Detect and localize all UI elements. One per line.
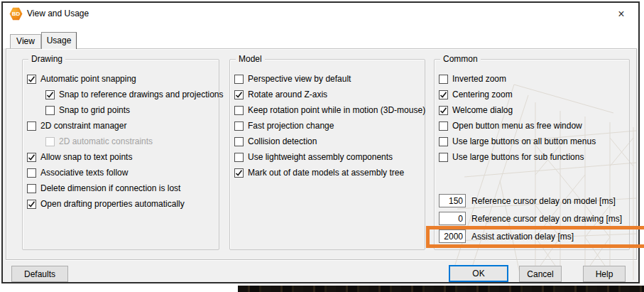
ok-button[interactable]: OK [449, 265, 508, 282]
checkbox-unchecked[interactable] [234, 137, 244, 146]
checkbox-row[interactable]: Inverted zoom [435, 71, 629, 87]
app-icon: BD [9, 7, 23, 21]
checkbox-row[interactable]: Collision detection [230, 134, 425, 149]
group-title-model: Model [236, 54, 265, 64]
checkbox-label[interactable]: Inverted zoom [452, 74, 506, 84]
usage-tab-page: Drawing Automatic point snappingSnap to … [6, 48, 637, 260]
checkbox-checked[interactable] [27, 153, 36, 162]
checkbox-unchecked[interactable] [234, 75, 244, 84]
delay-field-label: Assist activation delay [ms] [471, 232, 574, 242]
checkbox-row[interactable]: Snap to grid points [23, 102, 219, 118]
checkbox-label[interactable]: Rotate around Z-axis [248, 90, 327, 99]
checkbox-label[interactable]: Snap to grid points [59, 105, 130, 115]
cancel-button[interactable]: Cancel [519, 266, 562, 282]
checkbox-checked[interactable] [45, 90, 55, 99]
checkbox-checked[interactable] [234, 168, 244, 178]
close-icon: × [618, 8, 624, 21]
checkbox-label[interactable]: Allow snap to text points [40, 152, 132, 162]
checkbox-label[interactable]: Mark out of date models at assembly tree [248, 168, 404, 178]
delay-field-row: Assist activation delay [ms] [439, 227, 622, 245]
model-checkbox-list: Perspective view by defaultRotate around… [230, 71, 425, 180]
checkbox-checked[interactable] [234, 90, 244, 99]
checkbox-label[interactable]: Associative texts follow [40, 168, 128, 178]
checkbox-label[interactable]: 2D constraint manager [40, 121, 126, 131]
common-checkbox-list: Inverted zoomCentering zoomWelcome dialo… [435, 71, 629, 165]
checkbox-label[interactable]: Open drafting properties automatically [40, 199, 185, 209]
checkbox-label[interactable]: Use large buttons on all button menus [452, 136, 596, 146]
delay-input[interactable] [439, 229, 466, 243]
checkbox-unchecked[interactable] [439, 153, 448, 162]
checkbox-unchecked[interactable] [234, 106, 244, 115]
checkbox-row[interactable]: Associative texts follow [23, 165, 219, 180]
checkbox-row[interactable]: Rotate around Z-axis [230, 87, 425, 102]
window-title: View and Usage [27, 9, 89, 18]
checkbox-unchecked[interactable] [45, 106, 55, 115]
checkbox-row[interactable]: Snap to reference drawings and projectio… [23, 87, 219, 102]
checkbox-row[interactable]: Fast projection change [230, 118, 425, 134]
background-app-strip [238, 286, 644, 292]
help-button[interactable]: Help [583, 266, 626, 282]
checkbox-checked[interactable] [439, 90, 448, 99]
checkbox-label[interactable]: Keep rotation point while in motion (3D-… [248, 105, 425, 115]
group-drawing: Drawing Automatic point snappingSnap to … [22, 59, 219, 250]
checkbox-row[interactable]: 2D constraint manager [23, 118, 219, 134]
checkbox-row[interactable]: Mark out of date models at assembly tree [230, 165, 425, 180]
delay-field-row: Reference cursor delay on model [ms] [439, 192, 622, 210]
group-title-common: Common [440, 54, 481, 64]
checkbox-row[interactable]: 2D automatic constraints [23, 134, 219, 149]
checkbox-checked[interactable] [27, 200, 36, 209]
delay-input[interactable] [439, 212, 466, 225]
checkbox-label[interactable]: Welcome dialog [452, 105, 513, 115]
checkbox-unchecked[interactable] [27, 121, 36, 131]
checkbox-label[interactable]: Fast projection change [248, 121, 334, 131]
delay-field-label: Reference cursor delay on model [ms] [471, 196, 616, 206]
checkbox-row[interactable]: Open drafting properties automatically [23, 196, 219, 212]
close-button[interactable]: × [610, 5, 633, 23]
checkbox-row[interactable]: Delete dimension if connection is lost [23, 180, 219, 196]
delay-field-row: Reference cursor delay on drawing [ms] [439, 210, 622, 227]
checkbox-unchecked[interactable] [45, 137, 55, 146]
checkbox-label[interactable]: Open button menu as free window [452, 121, 582, 131]
checkbox-unchecked[interactable] [234, 121, 244, 131]
checkbox-unchecked[interactable] [439, 121, 448, 131]
checkbox-row[interactable]: Welcome dialog [435, 102, 629, 118]
checkbox-row[interactable]: Keep rotation point while in motion (3D-… [230, 102, 425, 118]
checkbox-label[interactable]: 2D automatic constraints [59, 136, 153, 146]
checkbox-row[interactable]: Centering zoom [435, 87, 629, 102]
checkbox-unchecked[interactable] [27, 168, 36, 178]
defaults-button[interactable]: Defaults [11, 266, 68, 282]
checkbox-row[interactable]: Open button menu as free window [435, 118, 629, 134]
checkbox-checked[interactable] [439, 106, 448, 115]
checkbox-unchecked[interactable] [439, 75, 448, 84]
checkbox-label[interactable]: Centering zoom [452, 90, 513, 99]
checkbox-label[interactable]: Collision detection [248, 136, 317, 146]
checkbox-label[interactable]: Use large buttons for sub functions [452, 152, 584, 162]
group-common: Common Inverted zoomCentering zoomWelcom… [434, 59, 630, 250]
checkbox-label[interactable]: Use lightweight assembly components [248, 152, 393, 162]
checkbox-row[interactable]: Perspective view by default [230, 71, 425, 87]
checkbox-checked[interactable] [27, 75, 36, 84]
delay-input[interactable] [439, 194, 466, 207]
group-title-drawing: Drawing [28, 54, 65, 64]
group-model: Model Perspective view by defaultRotate … [229, 59, 425, 250]
checkbox-label[interactable]: Automatic point snapping [40, 74, 136, 84]
checkbox-row[interactable]: Use large buttons for sub functions [435, 149, 629, 165]
checkbox-label[interactable]: Perspective view by default [248, 74, 351, 84]
drawing-checkbox-list: Automatic point snappingSnap to referenc… [23, 71, 219, 212]
tab-view[interactable]: View [10, 34, 41, 48]
checkbox-row[interactable]: Use large buttons on all button menus [435, 134, 629, 149]
checkbox-row[interactable]: Allow snap to text points [23, 149, 219, 165]
checkbox-unchecked[interactable] [234, 153, 244, 162]
checkbox-unchecked[interactable] [439, 137, 448, 146]
screenshot-root: { "window": { "title": "View and Usage",… [0, 0, 644, 292]
checkbox-row[interactable]: Use lightweight assembly components [230, 149, 425, 165]
checkbox-row[interactable]: Automatic point snapping [23, 71, 219, 87]
tab-usage[interactable]: Usage [41, 32, 77, 49]
checkbox-unchecked[interactable] [27, 184, 36, 193]
view-and-usage-dialog: BD View and Usage × View Usage Drawing A… [1, 1, 640, 283]
checkbox-label[interactable]: Delete dimension if connection is lost [40, 183, 180, 193]
delay-fields: Reference cursor delay on model [ms]Refe… [439, 192, 622, 245]
title-bar: BD View and Usage × [3, 3, 638, 26]
checkbox-label[interactable]: Snap to reference drawings and projectio… [59, 90, 223, 99]
delay-field-label: Reference cursor delay on drawing [ms] [471, 214, 622, 224]
